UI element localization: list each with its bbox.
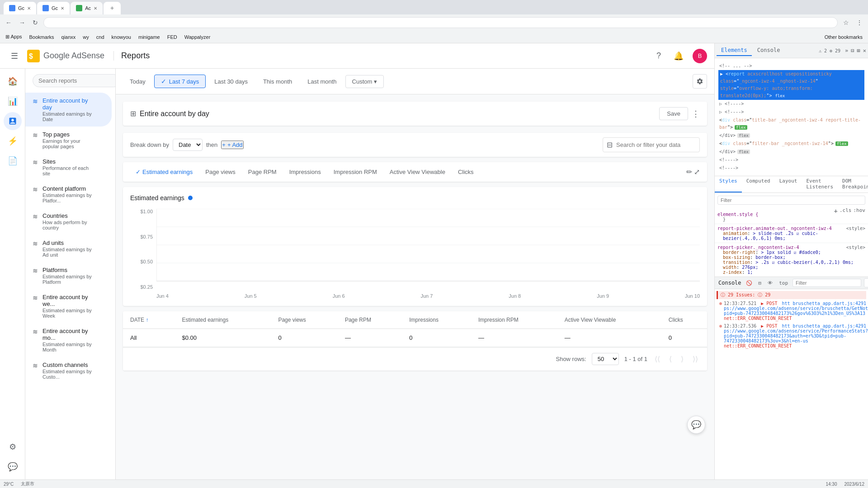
notifications-icon[interactable]: 🔔 [670, 47, 687, 65]
tab-close-1[interactable]: ✕ [27, 6, 31, 11]
sidebar-item-entire-account-week[interactable]: ≋ Entire account by we... Estimated earn… [25, 289, 112, 323]
bookmark-wy[interactable]: wy [81, 33, 90, 41]
styles-tab-event-listeners[interactable]: Event Listeners [802, 176, 838, 192]
breakdown-then: then [206, 141, 217, 148]
tab-close-adsense[interactable]: ✕ [94, 6, 97, 11]
bookmark-knowyou[interactable]: knowyou [110, 33, 133, 41]
adsense-logo[interactable]: $ Google AdSense [27, 50, 104, 62]
devtools-tab-console[interactable]: Console [753, 45, 785, 56]
metric-clicks[interactable]: Clicks [453, 166, 479, 178]
devtools-tab-elements[interactable]: Elements [717, 45, 752, 56]
nav-optimization-icon[interactable]: ⚡ [4, 132, 22, 150]
expand-chart-btn[interactable]: ⤢ [694, 168, 700, 176]
styles-tab-styles[interactable]: Styles [715, 176, 742, 192]
bookmark-minigame[interactable]: minigame [137, 33, 162, 41]
sidebar-item-platforms[interactable]: ≋ Platforms Estimated earnings by Platfo… [25, 262, 112, 289]
save-button[interactable]: Save [659, 107, 688, 120]
nav-feedback-icon[interactable]: 💬 [4, 458, 22, 476]
hov-toggle[interactable]: :hov [854, 207, 866, 213]
bookmark-cnd[interactable]: cnd [94, 33, 106, 41]
next-page-btn[interactable]: ⟩ [679, 353, 685, 365]
styles-tab-computed[interactable]: Computed [742, 176, 775, 192]
bookmark-apps[interactable]: ⊞ Apps [4, 33, 24, 41]
menu-btn[interactable]: ⋮ [854, 17, 864, 28]
back-btn[interactable]: ← [4, 17, 14, 28]
devtools-close-btn[interactable]: ✕ [863, 47, 866, 54]
styles-filter-input[interactable] [717, 196, 865, 205]
bookmark-qianxx[interactable]: qianxx [60, 33, 78, 41]
tab-1[interactable]: Gc ✕ [4, 2, 36, 14]
address-input[interactable]: google.com/adsense/new/u/1/pub-747233004… [43, 17, 838, 28]
bookmark-fed[interactable]: FED [165, 33, 179, 41]
edit-metrics-btn[interactable]: ✏ [686, 168, 692, 176]
new-tab-icon[interactable]: ＋ [109, 4, 115, 12]
bookmark-btn[interactable]: ☆ [841, 17, 851, 28]
add-breakdown-btn[interactable]: + + Add [221, 141, 243, 149]
date-btn-today[interactable]: Today [123, 75, 152, 88]
devtools-undock-btn[interactable]: ⊞ [857, 47, 860, 54]
sidebar-item-custom-channels[interactable]: ≋ Custom channels Estimated earnings by … [25, 357, 112, 384]
metric-estimated-earnings[interactable]: ✓ Estimated earnings [130, 166, 198, 178]
col-date[interactable]: DATE ↑ [123, 311, 175, 329]
last-page-btn[interactable]: ⟩⟩ [691, 353, 700, 365]
console-filter-input[interactable] [793, 279, 861, 287]
nav-settings-icon[interactable]: ⚙ [4, 438, 22, 456]
nav-item-title-4: Content platform [42, 185, 93, 192]
add-style-btn[interactable]: + [834, 207, 838, 215]
date-btn-last-month[interactable]: Last month [301, 75, 343, 88]
date-btn-custom[interactable]: Custom ▾ [345, 75, 384, 88]
sidebar-item-ad-units[interactable]: ≋ Ad units Estimated earnings by Ad unit… [25, 235, 112, 262]
devtools-dock-btn[interactable]: ⊟ [851, 47, 854, 54]
tab-adsense[interactable]: Ac ✕ [71, 2, 103, 14]
first-page-btn[interactable]: ⟨⟨ [653, 353, 662, 365]
chat-button[interactable]: 💬 [687, 416, 705, 434]
search-reports-input[interactable] [33, 74, 115, 87]
bookmark-bookmarks[interactable]: Bookmarks [28, 33, 56, 41]
nav-home-icon[interactable]: 🏠 [4, 72, 22, 90]
sidebar-item-entire-account[interactable]: ≋ Entire account by day Estimated earnin… [25, 93, 112, 127]
help-icon[interactable]: ? [653, 47, 665, 64]
sidebar-item-sites[interactable]: ≋ Sites Performance of each site ⋮ [25, 154, 112, 181]
styles-tab-layout[interactable]: Layout [775, 176, 802, 192]
nav-overview-icon[interactable]: 📊 [4, 92, 22, 110]
date-btn-this-month[interactable]: This month [256, 75, 299, 88]
search-filter-input[interactable] [613, 140, 696, 150]
nav-reports-icon[interactable] [4, 112, 22, 130]
sidebar-item-entire-account-month[interactable]: ≋ Entire account by mo... Estimated earn… [25, 323, 112, 357]
metric-active-view[interactable]: Active View Viewable [384, 166, 451, 178]
cls-toggle[interactable]: .cls [840, 207, 852, 213]
tab-close-2[interactable]: ✕ [61, 6, 64, 11]
console-level-select[interactable]: Default levels [864, 278, 868, 287]
report-more-btn[interactable]: ⋮ [692, 109, 700, 119]
tab-plus[interactable]: ＋ [104, 2, 121, 14]
console-eye-icon[interactable]: 👁 [766, 280, 774, 286]
bookmark-wappalyzer[interactable]: Wappalyzer [183, 33, 212, 41]
reload-btn[interactable]: ↻ [31, 17, 40, 28]
devtools-more-tabs[interactable]: » [845, 47, 848, 54]
breakdown-select[interactable]: Date [173, 139, 203, 151]
bookmark-other[interactable]: Other bookmarks [823, 33, 864, 41]
hamburger-menu[interactable]: ☰ [7, 47, 22, 65]
console-clear-btn[interactable]: 🚫 [744, 280, 754, 286]
report-settings-btn[interactable] [693, 74, 707, 89]
date-btn-last30[interactable]: Last 30 days [208, 75, 255, 88]
tab-2[interactable]: Gc ✕ [37, 2, 70, 14]
forward-btn[interactable]: → [17, 17, 27, 28]
metric-impression-rpm[interactable]: Impression RPM [328, 166, 382, 178]
sidebar-item-top-pages[interactable]: ≋ Top pages Earnings for your popular pa… [25, 127, 112, 154]
date-btn-last7[interactable]: ✓ Last 7 days [154, 75, 206, 88]
nav-item-subtitle-5: How ads perform by country [42, 220, 93, 230]
sidebar-item-content-platform[interactable]: ≋ Content platform Estimated earnings by… [25, 181, 112, 208]
user-avatar[interactable]: B [693, 49, 707, 63]
metric-page-views[interactable]: Page views [200, 166, 241, 178]
styles-tab-dom-breakpoints[interactable]: DOM Breakpoints [838, 176, 868, 192]
prev-page-btn[interactable]: ⟨ [667, 353, 674, 365]
console-tab-label[interactable]: Console [718, 278, 741, 288]
metric-page-rpm[interactable]: Page RPM [243, 166, 282, 178]
rows-per-page-select[interactable]: 50 25 100 [592, 353, 619, 365]
sidebar-item-countries[interactable]: ≋ Countries How ads perform by country ⋮ [25, 208, 112, 235]
html-line-selected[interactable]: ▶ <report acxscrollhost usepositionstick… [718, 70, 864, 100]
nav-ads-icon[interactable]: 📄 [4, 152, 22, 170]
metric-impressions[interactable]: Impressions [284, 166, 326, 178]
console-filter-icon[interactable]: ⊟ [757, 280, 764, 286]
